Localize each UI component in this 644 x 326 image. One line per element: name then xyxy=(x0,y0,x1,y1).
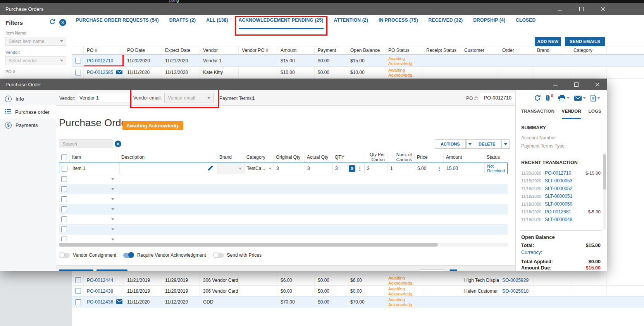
col-brand[interactable]: Brand xyxy=(217,152,244,162)
transaction-link[interactable]: PO-0012710 xyxy=(545,170,571,176)
col-original-qty[interactable]: Original Qty xyxy=(274,152,305,162)
transaction-link[interactable]: SLT-0000052 xyxy=(545,186,572,191)
col-category[interactable]: Category xyxy=(570,46,607,54)
vendor-consignment-toggle[interactable]: Vendor Consignment xyxy=(59,252,116,258)
col-actual-qty[interactable]: Actual Qty xyxy=(305,152,332,162)
empty-item-row[interactable] xyxy=(59,184,508,194)
tab-all[interactable]: ALL (138) xyxy=(206,17,228,29)
col-open-balance[interactable]: Open Balance xyxy=(347,46,385,54)
export-document-icon[interactable] xyxy=(591,95,600,101)
row-checkbox[interactable] xyxy=(61,237,67,241)
col-amount[interactable]: Amount xyxy=(277,46,315,54)
qty-menu-icon[interactable]: ⋮ xyxy=(357,166,362,172)
nav-item-payments[interactable]: $ Payments xyxy=(0,118,56,132)
split-button[interactable]: S xyxy=(349,165,355,172)
col-expect-date[interactable]: Expect Date xyxy=(162,46,200,54)
send-emails-button[interactable]: SEND EMAILS xyxy=(565,37,605,46)
scrollbar-thumb[interactable] xyxy=(59,243,438,247)
vendor-email-select[interactable]: Vendor email xyxy=(164,93,214,103)
empty-item-row[interactable] xyxy=(59,214,508,225)
po-link[interactable]: PO-0012444 xyxy=(87,278,113,283)
col-po-date[interactable]: PO Date xyxy=(124,46,162,54)
select-all-checkbox[interactable] xyxy=(61,154,67,160)
table-row[interactable]: PO-0012444 11/21/2019 11/29/2019 306 Ven… xyxy=(72,275,644,286)
col-vendor[interactable]: Vendor xyxy=(200,46,239,54)
item-cell[interactable]: Item 1 xyxy=(70,163,119,174)
search-input[interactable] xyxy=(59,140,113,148)
row-checkbox[interactable] xyxy=(75,70,81,75)
tab-transaction[interactable]: TRANSACTION xyxy=(521,109,554,119)
col-num-of-cartons[interactable]: Num. of Cartons xyxy=(387,152,415,162)
empty-item-row[interactable] xyxy=(59,235,508,241)
tab-closed[interactable]: CLOSED xyxy=(516,17,536,29)
edit-pencil-icon[interactable] xyxy=(208,165,213,172)
po-link[interactable]: PO-0012436 xyxy=(87,299,113,305)
void-order-button[interactable]: VOID ORDER xyxy=(59,269,93,271)
clear-filters-icon[interactable] xyxy=(59,19,66,26)
row-checkbox[interactable] xyxy=(75,299,81,305)
row-checkbox[interactable] xyxy=(61,196,67,202)
col-description[interactable]: Description xyxy=(119,152,217,162)
col-status[interactable]: Status xyxy=(484,152,508,162)
maximize-icon[interactable] xyxy=(577,5,585,13)
actions-button[interactable]: ACTIONS xyxy=(435,139,466,149)
po-link[interactable]: PO-0012585 xyxy=(87,70,113,75)
row-checkbox[interactable] xyxy=(61,226,67,232)
col-category[interactable]: Category xyxy=(244,152,274,162)
currency-link[interactable]: Currency: xyxy=(521,250,542,255)
close-icon[interactable] xyxy=(599,5,607,13)
transaction-link[interactable]: PO-0012681 xyxy=(545,209,571,214)
col-brand[interactable]: Brand xyxy=(534,46,570,54)
vendor-field[interactable]: Vendor 1 xyxy=(76,93,130,103)
description-cell[interactable] xyxy=(119,163,217,174)
tab-purchase-order-requests[interactable]: PURCHASE ORDER REQUESTS (54) xyxy=(76,17,159,29)
qty-cell[interactable]: 3 S ⋮ xyxy=(333,163,365,174)
row-checkbox[interactable] xyxy=(61,186,67,192)
order-link[interactable]: SO-0025918 xyxy=(502,288,529,294)
print-icon[interactable] xyxy=(558,95,570,101)
scrollbar-thumb[interactable] xyxy=(603,154,606,190)
po-link[interactable]: PO-0012438 xyxy=(87,288,113,294)
save-dropdown-button[interactable] xyxy=(449,269,457,271)
category-select[interactable]: TestCa... xyxy=(245,163,274,174)
po-terms-button[interactable]: PO TERMS xyxy=(96,269,127,271)
col-price[interactable]: Price xyxy=(415,152,444,162)
col-qty-per-carton[interactable]: Qty Per Carton xyxy=(364,152,387,162)
tab-received[interactable]: RECEIVED (32) xyxy=(429,17,463,29)
order-link[interactable]: SO-0025929 xyxy=(502,278,529,283)
table-row[interactable]: PO-0012585 11/11/2020 11/12/2020 Kate Ki… xyxy=(72,67,644,79)
col-amount[interactable]: Amount xyxy=(444,152,484,162)
col-receipt-status[interactable]: Receipt Status xyxy=(423,46,461,54)
transaction-link[interactable]: SLT-0000051 xyxy=(545,194,572,199)
close-icon[interactable] xyxy=(593,80,601,89)
col-order[interactable]: Order xyxy=(499,46,534,54)
minimize-icon[interactable] xyxy=(555,5,564,13)
delete-dropdown-button[interactable] xyxy=(501,139,510,149)
empty-item-row[interactable] xyxy=(59,194,508,204)
horizontal-scrollbar[interactable] xyxy=(59,243,508,247)
vendor-select[interactable]: Select vendor xyxy=(5,56,66,65)
tab-vendor[interactable]: VENDOR xyxy=(562,109,581,119)
empty-item-row[interactable] xyxy=(59,204,508,214)
tab-in-process[interactable]: IN PROCESS (75) xyxy=(379,17,418,29)
send-with-prices-toggle[interactable]: Send with Prices xyxy=(213,252,262,258)
tab-logs[interactable]: LOGS xyxy=(589,109,601,119)
cancel-button[interactable]: CANCEL xyxy=(420,269,444,271)
col-po-status[interactable]: PO Status xyxy=(385,46,423,54)
maximize-icon[interactable] xyxy=(572,80,580,89)
col-vendor-po[interactable]: Vendor PO # xyxy=(239,46,277,54)
row-checkbox[interactable] xyxy=(61,176,67,182)
empty-item-row[interactable] xyxy=(59,174,508,184)
col-po-number[interactable]: PO # xyxy=(84,46,124,54)
email-icon[interactable] xyxy=(574,96,586,101)
minimize-icon[interactable] xyxy=(551,80,560,89)
add-new-button[interactable]: ADD NEW xyxy=(535,37,561,46)
col-payment[interactable]: Payment xyxy=(315,46,347,54)
tab-dropship[interactable]: DROPSHIP (4) xyxy=(473,17,505,29)
refresh-icon[interactable] xyxy=(534,94,541,101)
transaction-link[interactable]: SLT-0000053 xyxy=(545,178,572,184)
brand-select[interactable] xyxy=(217,163,245,174)
tab-acknowledgement-pending[interactable]: ACKNOWLEDGEMENT PENDING (25) xyxy=(239,17,324,29)
row-checkbox[interactable] xyxy=(61,206,67,212)
item-name-select[interactable]: Select item name xyxy=(5,37,66,46)
